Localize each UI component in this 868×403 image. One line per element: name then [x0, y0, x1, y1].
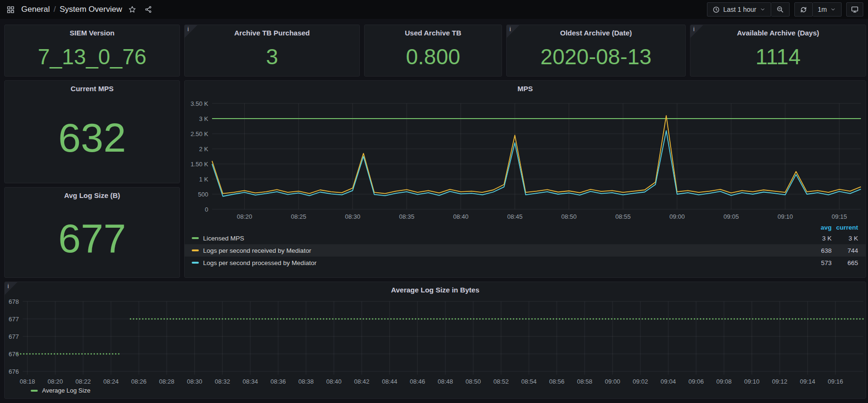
clock-icon — [713, 6, 720, 13]
series-avg-value: 573 — [799, 257, 832, 269]
series-current-value: 3 K — [832, 232, 858, 244]
svg-text:08:30: 08:30 — [187, 378, 203, 385]
svg-text:500: 500 — [198, 191, 208, 198]
svg-text:09:04: 09:04 — [661, 378, 676, 385]
svg-text:08:30: 08:30 — [345, 213, 360, 220]
svg-text:09:08: 09:08 — [716, 378, 732, 385]
svg-text:09:14: 09:14 — [800, 378, 816, 385]
info-corner-icon[interactable]: i — [185, 25, 197, 38]
panel-title[interactable]: Oldest Archive (Date) — [507, 25, 685, 37]
mps-legend-header: avg current — [185, 223, 866, 232]
stat-value-siem-version: 7_13_0_76 — [5, 37, 179, 76]
svg-text:09:10: 09:10 — [777, 213, 793, 220]
svg-text:08:36: 08:36 — [271, 378, 286, 385]
svg-text:09:06: 09:06 — [689, 378, 704, 385]
series-color-dash[interactable] — [192, 249, 199, 251]
dashboard-canvas: SIEM Version 7_13_0_76 i Archive TB Purc… — [0, 19, 868, 403]
svg-text:08:40: 08:40 — [326, 378, 342, 385]
svg-text:09:00: 09:00 — [669, 213, 685, 220]
svg-text:2.50 K: 2.50 K — [190, 130, 208, 137]
svg-text:08:26: 08:26 — [131, 378, 147, 385]
chevron-down-icon — [830, 7, 836, 12]
info-corner-icon[interactable]: i — [5, 282, 17, 295]
svg-text:3 K: 3 K — [199, 115, 208, 122]
zoom-out-button[interactable] — [771, 2, 790, 17]
kiosk-mode-button[interactable] — [846, 2, 863, 17]
series-avg-value: 638 — [799, 244, 832, 257]
breadcrumb: General / System Overview — [21, 5, 122, 14]
panel-title[interactable]: Available Archive (Days) — [690, 25, 866, 37]
als-plot[interactable]: 67867767767667608:1808:2008:2208:2408:26… — [5, 282, 866, 398]
info-corner-icon[interactable]: i — [507, 25, 519, 38]
magnifier-minus-icon — [776, 6, 784, 13]
panel-oldest-archive-date: i Oldest Archive (Date) 2020-08-13 — [506, 25, 686, 77]
svg-text:0: 0 — [205, 206, 208, 213]
legend-header-current[interactable]: current — [832, 223, 858, 232]
svg-text:09:15: 09:15 — [832, 213, 847, 220]
panel-current-mps: Current MPS 632 — [4, 80, 180, 183]
svg-text:09:00: 09:00 — [605, 378, 621, 385]
svg-text:08:46: 08:46 — [410, 378, 425, 385]
legend-row-0[interactable]: Licensed MPS3 K3 K — [185, 232, 866, 244]
svg-text:08:18: 08:18 — [20, 378, 35, 385]
svg-text:678: 678 — [9, 298, 19, 305]
breadcrumb-folder[interactable]: General — [21, 5, 50, 14]
panel-title[interactable]: Archive TB Purchased — [185, 25, 359, 37]
svg-text:08:32: 08:32 — [215, 378, 230, 385]
svg-text:1.50 K: 1.50 K — [190, 161, 208, 168]
panel-title[interactable]: Current MPS — [5, 81, 179, 93]
svg-text:08:55: 08:55 — [615, 213, 631, 220]
svg-text:08:20: 08:20 — [237, 213, 252, 220]
stat-value-current-mps: 632 — [5, 93, 179, 183]
dashboard-title[interactable]: System Overview — [60, 5, 122, 14]
chevron-down-icon — [760, 7, 766, 12]
stat-value-used-archive-tb: 0.800 — [365, 37, 502, 76]
series-current-value: 665 — [832, 257, 858, 269]
series-name: Licensed MPS — [203, 235, 244, 242]
svg-text:08:44: 08:44 — [382, 378, 398, 385]
svg-text:08:24: 08:24 — [103, 378, 119, 385]
refresh-icon — [800, 6, 807, 13]
panel-title[interactable]: Used Archive TB — [365, 25, 502, 37]
svg-text:677: 677 — [9, 316, 19, 323]
info-corner-icon[interactable]: i — [690, 25, 703, 38]
legend-header-avg[interactable]: avg — [799, 223, 832, 232]
panel-title[interactable]: Average Log Size in Bytes — [5, 282, 866, 294]
refresh-interval-dropdown[interactable]: 1m — [813, 2, 842, 17]
star-icon[interactable] — [127, 4, 138, 15]
panel-title[interactable]: MPS — [185, 81, 866, 93]
als-legend-item[interactable]: Average Log Size — [31, 387, 90, 394]
panel-available-archive-days: i Available Archive (Days) 1114 — [690, 25, 866, 77]
svg-text:08:58: 08:58 — [577, 378, 593, 385]
svg-text:09:12: 09:12 — [772, 378, 788, 385]
svg-text:09:16: 09:16 — [828, 378, 843, 385]
panel-title[interactable]: Avg Log Size (B) — [5, 188, 179, 199]
series-color-dash[interactable] — [192, 237, 199, 239]
panel-title[interactable]: SIEM Version — [5, 25, 179, 37]
legend-row-1[interactable]: Logs per second received by Mediator6387… — [185, 244, 866, 257]
svg-text:08:54: 08:54 — [521, 378, 537, 385]
refresh-button[interactable] — [794, 2, 813, 17]
svg-text:08:28: 08:28 — [159, 378, 175, 385]
series-name: Logs per second received by Mediator — [203, 247, 311, 254]
svg-text:08:42: 08:42 — [354, 378, 370, 385]
panel-avg-log-size: Avg Log Size (B) 677 — [4, 187, 180, 278]
svg-text:08:22: 08:22 — [76, 378, 91, 385]
time-range-picker[interactable]: Last 1 hour — [707, 2, 771, 17]
svg-text:09:10: 09:10 — [744, 378, 760, 385]
mps-plot[interactable]: 05001 K1.50 K2 K2.50 K3 K3.50 K08:2008:2… — [185, 81, 866, 223]
series-color-dash — [31, 390, 38, 392]
series-color-dash[interactable] — [192, 262, 199, 264]
svg-text:08:56: 08:56 — [549, 378, 565, 385]
svg-text:08:20: 08:20 — [48, 378, 63, 385]
svg-text:09:05: 09:05 — [723, 213, 739, 220]
legend-row-2[interactable]: Logs per second processed by Mediator573… — [185, 257, 866, 269]
svg-text:2 K: 2 K — [199, 146, 208, 153]
refresh-interval-label: 1m — [818, 6, 827, 13]
svg-text:08:48: 08:48 — [438, 378, 453, 385]
svg-text:08:34: 08:34 — [243, 378, 258, 385]
svg-text:1 K: 1 K — [199, 176, 208, 183]
dashboards-grid-icon[interactable] — [5, 4, 17, 16]
share-icon[interactable] — [143, 4, 154, 15]
svg-text:08:25: 08:25 — [291, 213, 306, 220]
